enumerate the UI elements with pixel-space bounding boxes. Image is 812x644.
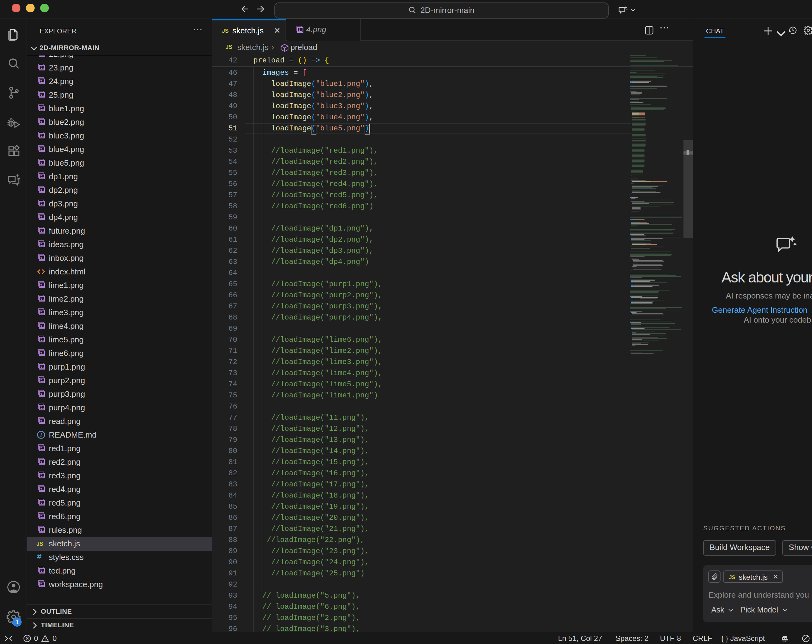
svg-text:i: i — [40, 432, 42, 438]
